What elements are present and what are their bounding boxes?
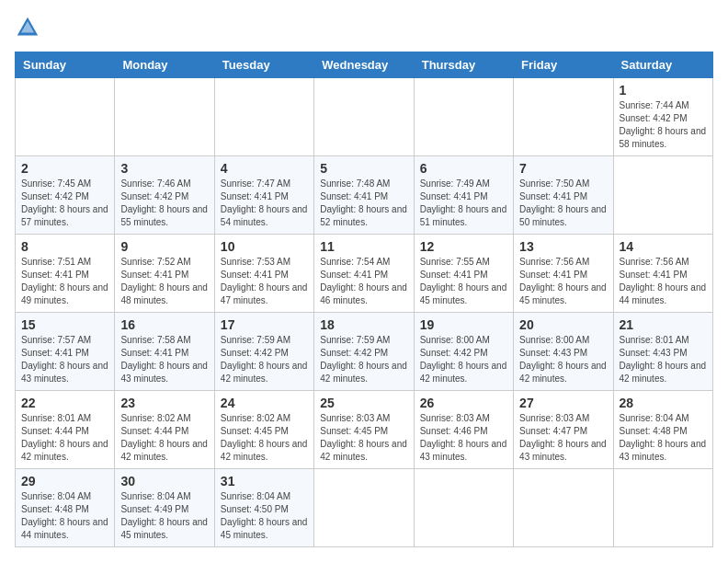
empty-cell (115, 78, 214, 156)
calendar-row: 1Sunrise: 7:44 AMSunset: 4:42 PMDaylight… (16, 78, 713, 156)
calendar-cell (613, 156, 712, 235)
empty-cell (514, 78, 613, 156)
calendar-cell: 2Sunrise: 7:45 AMSunset: 4:42 PMDaylight… (16, 156, 115, 235)
calendar-cell: 23Sunrise: 8:02 AMSunset: 4:44 PMDayligh… (115, 391, 214, 469)
calendar-cell: 24Sunrise: 8:02 AMSunset: 4:45 PMDayligh… (214, 391, 313, 469)
calendar-row: 22Sunrise: 8:01 AMSunset: 4:44 PMDayligh… (16, 391, 713, 469)
day-number: 6 (420, 161, 507, 176)
day-number: 26 (420, 396, 507, 410)
cell-details: Sunrise: 8:04 AMSunset: 4:49 PMDaylight:… (120, 491, 208, 540)
logo-icon (15, 15, 40, 40)
calendar-cell: 12Sunrise: 7:55 AMSunset: 4:41 PMDayligh… (414, 235, 513, 313)
calendar-cell: 18Sunrise: 7:59 AMSunset: 4:42 PMDayligh… (314, 313, 414, 391)
calendar-cell: 25Sunrise: 8:03 AMSunset: 4:45 PMDayligh… (314, 391, 414, 469)
cell-details: Sunrise: 7:45 AMSunset: 4:42 PMDaylight:… (21, 178, 108, 227)
day-number: 29 (21, 474, 108, 488)
day-number: 15 (21, 317, 108, 332)
cell-details: Sunrise: 8:00 AMSunset: 4:43 PMDaylight:… (519, 335, 607, 384)
day-number: 24 (221, 396, 308, 410)
calendar-cell: 15Sunrise: 7:57 AMSunset: 4:41 PMDayligh… (16, 313, 115, 391)
empty-cell (214, 78, 313, 156)
calendar-header-tuesday: Tuesday (214, 52, 313, 78)
calendar-cell: 13Sunrise: 7:56 AMSunset: 4:41 PMDayligh… (514, 235, 613, 313)
calendar-cell: 7Sunrise: 7:50 AMSunset: 4:41 PMDaylight… (514, 156, 613, 235)
cell-details: Sunrise: 7:52 AMSunset: 4:41 PMDaylight:… (120, 257, 208, 305)
calendar-cell: 27Sunrise: 8:03 AMSunset: 4:47 PMDayligh… (514, 391, 613, 469)
day-number: 5 (320, 161, 407, 176)
day-number: 1 (620, 83, 707, 98)
cell-details: Sunrise: 8:00 AMSunset: 4:42 PMDaylight:… (420, 335, 507, 384)
calendar-row: 29Sunrise: 8:04 AMSunset: 4:48 PMDayligh… (16, 469, 713, 547)
logo (15, 15, 44, 40)
calendar-cell: 8Sunrise: 7:51 AMSunset: 4:41 PMDaylight… (16, 235, 115, 313)
day-number: 13 (519, 239, 607, 254)
calendar-header-monday: Monday (115, 52, 214, 78)
cell-details: Sunrise: 8:02 AMSunset: 4:44 PMDaylight:… (120, 413, 208, 462)
day-number: 16 (120, 317, 208, 332)
calendar-header-sunday: Sunday (16, 52, 115, 78)
cell-details: Sunrise: 8:03 AMSunset: 4:45 PMDaylight:… (320, 413, 407, 462)
day-number: 8 (21, 239, 108, 254)
calendar-cell: 20Sunrise: 8:00 AMSunset: 4:43 PMDayligh… (514, 313, 613, 391)
cell-details: Sunrise: 8:04 AMSunset: 4:50 PMDaylight:… (221, 491, 308, 540)
day-number: 11 (320, 239, 407, 254)
calendar-cell: 11Sunrise: 7:54 AMSunset: 4:41 PMDayligh… (314, 235, 414, 313)
calendar-header-saturday: Saturday (613, 52, 712, 78)
calendar-header-thursday: Thursday (414, 52, 513, 78)
day-number: 3 (120, 161, 208, 176)
day-number: 17 (221, 317, 308, 332)
cell-details: Sunrise: 7:57 AMSunset: 4:41 PMDaylight:… (21, 335, 108, 384)
day-number: 31 (221, 474, 308, 488)
calendar-row: 2Sunrise: 7:45 AMSunset: 4:42 PMDaylight… (16, 156, 713, 235)
cell-details: Sunrise: 7:54 AMSunset: 4:41 PMDaylight:… (320, 257, 407, 305)
calendar-cell: 29Sunrise: 8:04 AMSunset: 4:48 PMDayligh… (16, 469, 115, 547)
calendar-row: 15Sunrise: 7:57 AMSunset: 4:41 PMDayligh… (16, 313, 713, 391)
calendar-cell: 17Sunrise: 7:59 AMSunset: 4:42 PMDayligh… (214, 313, 313, 391)
cell-details: Sunrise: 7:58 AMSunset: 4:41 PMDaylight:… (120, 335, 208, 384)
calendar-header-row: SundayMondayTuesdayWednesdayThursdayFrid… (16, 52, 713, 78)
calendar-cell: 21Sunrise: 8:01 AMSunset: 4:43 PMDayligh… (613, 313, 712, 391)
cell-details: Sunrise: 7:47 AMSunset: 4:41 PMDaylight:… (221, 178, 308, 227)
cell-details: Sunrise: 8:01 AMSunset: 4:43 PMDaylight:… (620, 335, 707, 384)
calendar-cell: 1Sunrise: 7:44 AMSunset: 4:42 PMDaylight… (613, 78, 712, 156)
cell-details: Sunrise: 8:03 AMSunset: 4:46 PMDaylight:… (420, 413, 507, 462)
calendar-cell: 6Sunrise: 7:49 AMSunset: 4:41 PMDaylight… (414, 156, 513, 235)
cell-details: Sunrise: 7:56 AMSunset: 4:41 PMDaylight:… (620, 257, 707, 305)
calendar-cell: 10Sunrise: 7:53 AMSunset: 4:41 PMDayligh… (214, 235, 313, 313)
cell-details: Sunrise: 7:48 AMSunset: 4:41 PMDaylight:… (320, 178, 407, 227)
day-number: 28 (620, 396, 707, 410)
day-number: 12 (420, 239, 507, 254)
cell-details: Sunrise: 7:55 AMSunset: 4:41 PMDaylight:… (420, 257, 507, 305)
day-number: 14 (620, 239, 707, 254)
cell-details: Sunrise: 7:49 AMSunset: 4:41 PMDaylight:… (420, 178, 507, 227)
calendar-cell: 5Sunrise: 7:48 AMSunset: 4:41 PMDaylight… (314, 156, 414, 235)
day-number: 22 (21, 396, 108, 410)
cell-details: Sunrise: 7:56 AMSunset: 4:41 PMDaylight:… (519, 257, 607, 305)
calendar-cell: 31Sunrise: 8:04 AMSunset: 4:50 PMDayligh… (214, 469, 313, 547)
empty-cell (314, 78, 414, 156)
day-number: 30 (120, 474, 208, 488)
calendar-cell: 4Sunrise: 7:47 AMSunset: 4:41 PMDaylight… (214, 156, 313, 235)
calendar-cell: 14Sunrise: 7:56 AMSunset: 4:41 PMDayligh… (613, 235, 712, 313)
day-number: 27 (519, 396, 607, 410)
calendar-cell: 9Sunrise: 7:52 AMSunset: 4:41 PMDaylight… (115, 235, 214, 313)
calendar-cell: 28Sunrise: 8:04 AMSunset: 4:48 PMDayligh… (613, 391, 712, 469)
day-number: 19 (420, 317, 507, 332)
calendar-cell: 22Sunrise: 8:01 AMSunset: 4:44 PMDayligh… (16, 391, 115, 469)
cell-details: Sunrise: 7:59 AMSunset: 4:42 PMDaylight:… (221, 335, 308, 384)
day-number: 21 (620, 317, 707, 332)
cell-details: Sunrise: 8:04 AMSunset: 4:48 PMDaylight:… (620, 413, 707, 462)
calendar-cell (414, 469, 513, 547)
cell-details: Sunrise: 8:03 AMSunset: 4:47 PMDaylight:… (519, 413, 607, 462)
calendar-cell: 16Sunrise: 7:58 AMSunset: 4:41 PMDayligh… (115, 313, 214, 391)
day-number: 25 (320, 396, 407, 410)
day-number: 20 (519, 317, 607, 332)
cell-details: Sunrise: 7:53 AMSunset: 4:41 PMDaylight:… (221, 257, 308, 305)
cell-details: Sunrise: 8:01 AMSunset: 4:44 PMDaylight:… (21, 413, 108, 462)
cell-details: Sunrise: 8:02 AMSunset: 4:45 PMDaylight:… (221, 413, 308, 462)
day-number: 4 (221, 161, 308, 176)
cell-details: Sunrise: 7:46 AMSunset: 4:42 PMDaylight:… (120, 178, 208, 227)
calendar-cell: 19Sunrise: 8:00 AMSunset: 4:42 PMDayligh… (414, 313, 513, 391)
day-number: 2 (21, 161, 108, 176)
empty-cell (414, 78, 513, 156)
